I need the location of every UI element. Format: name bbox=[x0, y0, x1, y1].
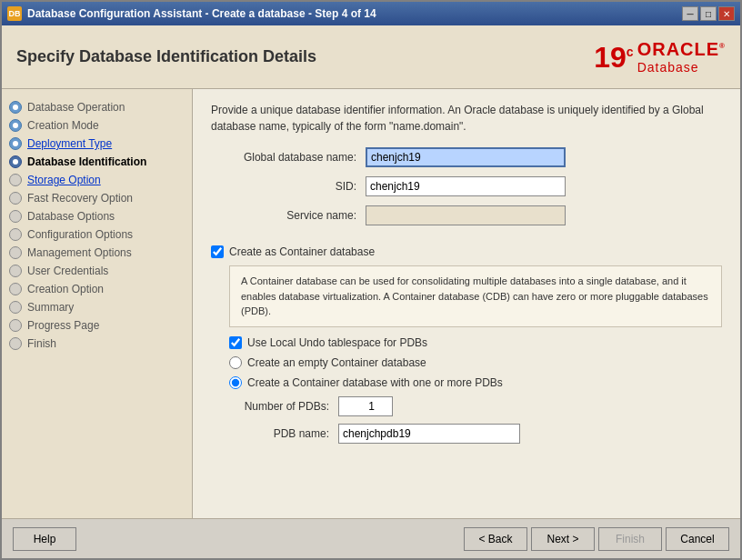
title-bar: DB Database Configuration Assistant - Cr… bbox=[2, 2, 740, 25]
sidebar-label-8: Configuration Options bbox=[27, 228, 133, 241]
sidebar-label-6: Fast Recovery Option bbox=[27, 192, 133, 205]
sidebar-item-configuration-options: Configuration Options bbox=[2, 225, 192, 244]
sidebar-label-2: Creation Mode bbox=[27, 119, 99, 132]
step-circle-13 bbox=[9, 319, 22, 332]
global-db-name-row: Global database name: bbox=[211, 147, 722, 167]
step-circle-7 bbox=[9, 210, 22, 223]
sidebar-label-3: Deployment Type bbox=[27, 137, 112, 150]
back-button[interactable]: < Back bbox=[464, 527, 527, 551]
step-circle-3 bbox=[9, 137, 22, 150]
main-window: DB Database Configuration Assistant - Cr… bbox=[0, 0, 742, 560]
pdb-name-row: PDB name: bbox=[229, 424, 722, 444]
step-circle-5 bbox=[9, 174, 22, 186]
container-info-box: A Container database can be used for con… bbox=[229, 265, 722, 327]
cancel-button[interactable]: Cancel bbox=[666, 527, 729, 551]
title-bar-left: DB Database Configuration Assistant - Cr… bbox=[7, 6, 376, 21]
sidebar-item-finish: Finish bbox=[2, 335, 192, 353]
container-checkbox[interactable] bbox=[211, 245, 224, 258]
sidebar-item-fast-recovery-option: Fast Recovery Option bbox=[2, 189, 192, 207]
oracle-version: 19c bbox=[594, 43, 633, 72]
global-db-name-input[interactable] bbox=[366, 147, 566, 167]
container-checkbox-label[interactable]: Create as Container database bbox=[229, 245, 375, 258]
sidebar-label-1: Database Operation bbox=[27, 101, 125, 114]
step-circle-4 bbox=[9, 155, 22, 168]
empty-container-row: Create an empty Container database bbox=[229, 356, 722, 369]
minimize-button[interactable]: ─ bbox=[682, 6, 698, 21]
global-db-name-label: Global database name: bbox=[211, 151, 366, 164]
empty-container-radio[interactable] bbox=[229, 356, 242, 369]
footer: Help < Back Next > Finish Cancel bbox=[2, 518, 740, 558]
sidebar-label-14: Finish bbox=[27, 337, 56, 350]
step-circle-1 bbox=[9, 101, 22, 114]
help-button[interactable]: Help bbox=[13, 527, 76, 551]
with-pdbs-label[interactable]: Create a Container database with one or … bbox=[247, 376, 503, 389]
sid-row: SID: bbox=[211, 176, 722, 196]
pdb-name-label: PDB name: bbox=[229, 427, 338, 440]
sidebar-label-9: Management Options bbox=[27, 246, 132, 259]
pdb-name-input[interactable] bbox=[338, 424, 520, 444]
oracle-text: ORACLE® Database bbox=[637, 39, 726, 75]
sidebar-label-12: Summary bbox=[27, 301, 74, 314]
finish-button[interactable]: Finish bbox=[598, 527, 662, 551]
sidebar-item-management-options: Management Options bbox=[2, 244, 192, 262]
close-button[interactable]: ✕ bbox=[718, 6, 735, 21]
step-circle-11 bbox=[9, 283, 22, 295]
sidebar-label-11: Creation Option bbox=[27, 283, 104, 295]
sidebar-item-user-credentials: User Credentials bbox=[2, 262, 192, 280]
window-title: Database Configuration Assistant - Creat… bbox=[27, 7, 376, 20]
app-icon: DB bbox=[7, 6, 22, 21]
step-circle-12 bbox=[9, 301, 22, 314]
oracle-name: ORACLE® bbox=[637, 39, 726, 60]
sidebar-item-creation-option: Creation Option bbox=[2, 280, 192, 298]
with-pdbs-row: Create a Container database with one or … bbox=[229, 376, 722, 389]
step-circle-8 bbox=[9, 228, 22, 241]
empty-container-label[interactable]: Create an empty Container database bbox=[247, 356, 426, 369]
sidebar-label-13: Progress Page bbox=[27, 319, 99, 332]
oracle-db-label: Database bbox=[637, 60, 699, 75]
sidebar-item-database-operation: Database Operation bbox=[2, 98, 192, 116]
maximize-button[interactable]: □ bbox=[700, 6, 717, 21]
container-checkbox-row: Create as Container database bbox=[211, 245, 722, 258]
sidebar-item-database-identification[interactable]: Database Identification bbox=[2, 153, 192, 171]
num-pdbs-label: Number of PDBs: bbox=[229, 400, 338, 413]
sidebar-label-5: Storage Option bbox=[27, 174, 101, 186]
step-circle-6 bbox=[9, 192, 22, 205]
footer-right-buttons: < Back Next > Finish Cancel bbox=[464, 527, 729, 551]
local-undo-checkbox[interactable] bbox=[229, 336, 242, 349]
service-name-row: Service name: bbox=[211, 205, 722, 225]
title-buttons: ─ □ ✕ bbox=[682, 6, 735, 21]
service-name-label: Service name: bbox=[211, 209, 366, 222]
step-circle-2 bbox=[9, 119, 22, 132]
step-circle-9 bbox=[9, 246, 22, 259]
local-undo-label[interactable]: Use Local Undo tablespace for PDBs bbox=[247, 336, 427, 349]
with-pdbs-radio[interactable] bbox=[229, 376, 242, 389]
header-bar: Specify Database Identification Details … bbox=[2, 25, 740, 89]
sid-input[interactable] bbox=[366, 176, 566, 196]
sid-label: SID: bbox=[211, 180, 366, 193]
container-info-text: A Container database can be used for con… bbox=[241, 275, 708, 316]
num-pdbs-input[interactable] bbox=[338, 396, 393, 416]
local-undo-row: Use Local Undo tablespace for PDBs bbox=[229, 336, 722, 349]
service-name-input[interactable] bbox=[366, 205, 566, 225]
main-content: Database Operation Creation Mode Deploym… bbox=[2, 89, 740, 518]
oracle-logo: 19c ORACLE® Database bbox=[594, 39, 726, 75]
page-title: Specify Database Identification Details bbox=[16, 47, 316, 66]
sidebar-label-4: Database Identification bbox=[27, 155, 146, 168]
sidebar-item-summary: Summary bbox=[2, 298, 192, 316]
step-circle-14 bbox=[9, 337, 22, 350]
next-button[interactable]: Next > bbox=[531, 527, 595, 551]
pdb-form: Number of PDBs: PDB name: bbox=[229, 396, 722, 444]
sidebar-item-progress-page: Progress Page bbox=[2, 316, 192, 335]
step-circle-10 bbox=[9, 265, 22, 277]
content-area: Provide a unique database identifier inf… bbox=[193, 89, 740, 518]
sidebar-item-deployment-type[interactable]: Deployment Type bbox=[2, 135, 192, 153]
description-text: Provide a unique database identifier inf… bbox=[211, 102, 722, 135]
radio-group: Create an empty Container database Creat… bbox=[229, 356, 722, 389]
sidebar-label-7: Database Options bbox=[27, 210, 115, 223]
sidebar-item-creation-mode: Creation Mode bbox=[2, 116, 192, 135]
sidebar: Database Operation Creation Mode Deploym… bbox=[2, 89, 193, 518]
sidebar-label-10: User Credentials bbox=[27, 265, 108, 277]
sidebar-item-database-options: Database Options bbox=[2, 207, 192, 225]
num-pdbs-row: Number of PDBs: bbox=[229, 396, 722, 416]
sidebar-item-storage-option[interactable]: Storage Option bbox=[2, 171, 192, 189]
